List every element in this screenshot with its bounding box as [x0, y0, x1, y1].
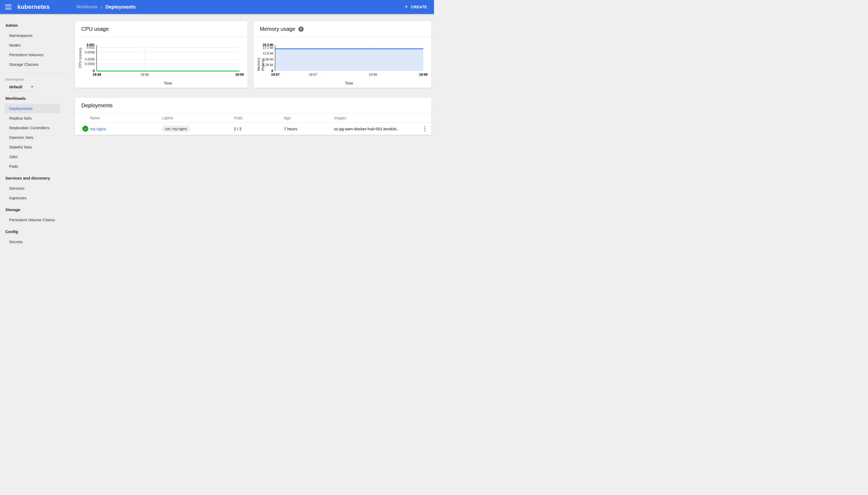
- gridline: [97, 52, 239, 52]
- cpu-y-axis-label: CPU (cores): [78, 45, 82, 71]
- create-button[interactable]: + CREATE: [400, 2, 432, 12]
- column-header-age: Age: [284, 116, 334, 120]
- chevron-down-icon: [31, 86, 34, 88]
- sidebar-divider: [0, 73, 64, 73]
- table-header-row: Name Labels Pods Age Images: [75, 114, 431, 122]
- sidebar-item-nodes[interactable]: Nodes: [0, 40, 64, 50]
- sidebar-item-persistent-volume-claims[interactable]: Persistent Volume Claims: [0, 215, 64, 224]
- y-tick-label: 8.58 Mi: [263, 57, 273, 61]
- sidebar-section-admin: Admin: [0, 20, 64, 31]
- gridline: [97, 47, 239, 48]
- sidebar-section-services-discovery: Services and discovery: [0, 173, 64, 183]
- memory-usage-chart: Memory (bytes) 19.3 Mi17.2 Mi12.9 Mi8.58…: [253, 37, 431, 87]
- namespace-value: default: [9, 85, 22, 89]
- cpu-usage-chart: CPU (cores) 0.0010.0010.00080.00050.0003…: [75, 37, 248, 87]
- column-header-images: Images: [334, 116, 419, 120]
- memory-x-axis-label: Time: [275, 81, 423, 85]
- sidebar-item-replication-controllers[interactable]: Replication Controllers: [0, 123, 64, 133]
- x-tick-label: 19:57: [271, 73, 279, 76]
- gridline: [97, 64, 239, 64]
- memory-plot-area: 19.3 Mi17.2 Mi12.9 Mi8.58 Mi4.29 Mi019:5…: [275, 45, 423, 71]
- y-tick-label: 0.001: [87, 46, 95, 50]
- sidebar-section-workloads: Workloads: [0, 93, 64, 104]
- x-tick-label: 19:59: [235, 73, 244, 76]
- column-header-pods: Pods: [234, 116, 284, 120]
- breadcrumb-current: Deployments: [105, 4, 136, 10]
- namespace-select[interactable]: default: [9, 85, 34, 91]
- y-tick-label: 0.0005: [85, 57, 95, 61]
- gridline: [275, 59, 423, 59]
- y-tick-label: 0.0003: [85, 62, 95, 66]
- x-tick-label: 19:59: [419, 73, 428, 76]
- pods-cell: 2 / 2: [234, 126, 284, 131]
- hamburger-menu-icon[interactable]: [5, 4, 12, 10]
- sidebar-item-persistent-volumes[interactable]: Persistent Volumes: [0, 50, 64, 59]
- sidebar-section-config: Config: [0, 226, 64, 237]
- breadcrumb-workloads[interactable]: Workloads: [76, 4, 98, 10]
- sidebar-item-deployments[interactable]: Deployments: [5, 104, 60, 113]
- column-header-labels: Labels: [162, 116, 234, 120]
- memory-usage-card: Memory usage i Memory (bytes) 19.3 Mi17.…: [253, 21, 431, 88]
- sidebar-item-services[interactable]: Services: [0, 183, 64, 193]
- series-line: [97, 71, 239, 71]
- kubernetes-logo[interactable]: kubernetes: [17, 3, 50, 11]
- sidebar-item-ingresses[interactable]: Ingresses: [0, 193, 64, 203]
- series-area: [275, 49, 423, 71]
- table-row: my-nginx run: my-nginx 2 / 2 7 hours sz-…: [75, 122, 431, 135]
- y-tick-label: 0.0008: [85, 51, 95, 54]
- x-tick-label: 19:58: [140, 73, 149, 76]
- sidebar-item-storage-classes[interactable]: Storage Classes: [0, 59, 64, 69]
- y-tick-label: 0: [93, 69, 95, 73]
- y-tick-label: 4.29 Mi: [263, 63, 273, 67]
- info-icon[interactable]: i: [298, 27, 304, 32]
- sidebar-item-daemon-sets[interactable]: Daemon Sets: [0, 133, 64, 142]
- sidebar-item-stateful-sets[interactable]: Stateful Sets: [0, 142, 64, 152]
- deployments-card: Deployments Name Labels Pods Age Images …: [75, 98, 431, 135]
- sidebar-item-jobs[interactable]: Jobs: [0, 152, 64, 161]
- x-tick-label: 19:58: [92, 73, 101, 76]
- namespace-label: Namespace: [5, 77, 64, 81]
- label-chip: run: my-nginx: [162, 126, 190, 132]
- gridline: [97, 59, 239, 59]
- sidebar-item-replica-sets[interactable]: Replica Sets: [0, 113, 64, 123]
- deployment-name-link[interactable]: my-nginx: [90, 126, 162, 131]
- gridline: [275, 65, 423, 65]
- sidebar-item-namespaces[interactable]: Namespaces: [0, 31, 64, 40]
- age-cell: 7 hours: [284, 126, 334, 131]
- sidebar-item-pods[interactable]: Pods: [0, 161, 64, 171]
- status-ok-icon: [82, 126, 88, 132]
- deployments-title: Deployments: [81, 102, 113, 109]
- sidebar-section-storage: Storage: [0, 204, 64, 215]
- cpu-usage-card: CPU usage CPU (cores) 0.0010.0010.00080.…: [75, 21, 248, 88]
- y-tick-label: 12.9 Mi: [263, 52, 273, 55]
- sidebar-item-secrets[interactable]: Secrets: [0, 237, 64, 246]
- images-cell: sz-pg-oam-docker-hub-001.tendclo..: [334, 126, 419, 131]
- plus-icon: +: [405, 4, 408, 10]
- gridline: [145, 45, 145, 71]
- cpu-plot-area: 0.0010.0010.00080.00050.0003019:5819:581…: [96, 45, 239, 71]
- app-bar: kubernetes Workloads › Deployments + CRE…: [0, 0, 434, 14]
- main-content: CPU usage CPU (cores) 0.0010.0010.00080.…: [64, 14, 434, 248]
- column-header-name: Name: [90, 116, 162, 120]
- chevron-right-icon: ›: [101, 4, 102, 10]
- cpu-usage-title: CPU usage: [81, 26, 109, 32]
- y-tick-label: 0: [271, 69, 273, 73]
- memory-usage-title: Memory usage: [260, 26, 295, 32]
- sidebar: Admin Namespaces Nodes Persistent Volume…: [0, 14, 64, 248]
- x-tick-label: 19:57: [309, 73, 317, 76]
- row-menu-button[interactable]: [419, 125, 431, 133]
- gridline: [275, 48, 423, 48]
- breadcrumb: Workloads › Deployments: [76, 4, 135, 10]
- cpu-x-axis-label: Time: [96, 81, 239, 85]
- y-tick-label: 17.2 Mi: [263, 46, 273, 50]
- x-tick-label: 19:58: [369, 73, 377, 76]
- series-line: [275, 48, 423, 49]
